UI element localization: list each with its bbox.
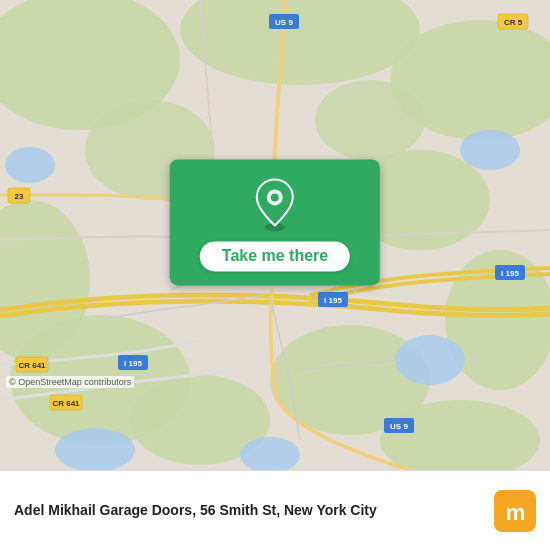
svg-point-13 (395, 335, 465, 385)
svg-point-14 (55, 428, 135, 470)
map-area: US 9 CR 5 23 I 195 I 195 I 195 US 9 CR 6… (0, 0, 550, 470)
svg-point-16 (5, 147, 55, 183)
svg-text:CR 641: CR 641 (18, 361, 46, 370)
svg-text:US 9: US 9 (390, 422, 408, 431)
moovit-icon: m (494, 490, 536, 532)
bottom-bar: Adel Mikhail Garage Doors, 56 Smith St, … (0, 470, 550, 550)
cta-overlay[interactable]: Take me there (170, 159, 380, 285)
svg-point-15 (460, 130, 520, 170)
svg-text:CR 5: CR 5 (504, 18, 523, 27)
moovit-logo: m (494, 490, 536, 532)
app: US 9 CR 5 23 I 195 I 195 I 195 US 9 CR 6… (0, 0, 550, 550)
place-name: Adel Mikhail Garage Doors, 56 Smith St, … (14, 501, 494, 519)
map-attribution: © OpenStreetMap contributors (6, 376, 134, 388)
svg-text:US 9: US 9 (275, 18, 293, 27)
svg-text:CR 641: CR 641 (52, 399, 80, 408)
svg-text:I 195: I 195 (124, 359, 142, 368)
take-me-there-button[interactable]: Take me there (170, 159, 380, 285)
place-info: Adel Mikhail Garage Doors, 56 Smith St, … (14, 501, 494, 519)
svg-text:I 195: I 195 (501, 269, 519, 278)
cta-button-label[interactable]: Take me there (200, 241, 350, 271)
svg-text:m: m (506, 500, 525, 525)
location-pin-icon (253, 177, 297, 231)
svg-point-38 (271, 193, 279, 201)
svg-point-12 (315, 80, 425, 160)
svg-text:23: 23 (15, 192, 24, 201)
svg-text:I 195: I 195 (324, 296, 342, 305)
